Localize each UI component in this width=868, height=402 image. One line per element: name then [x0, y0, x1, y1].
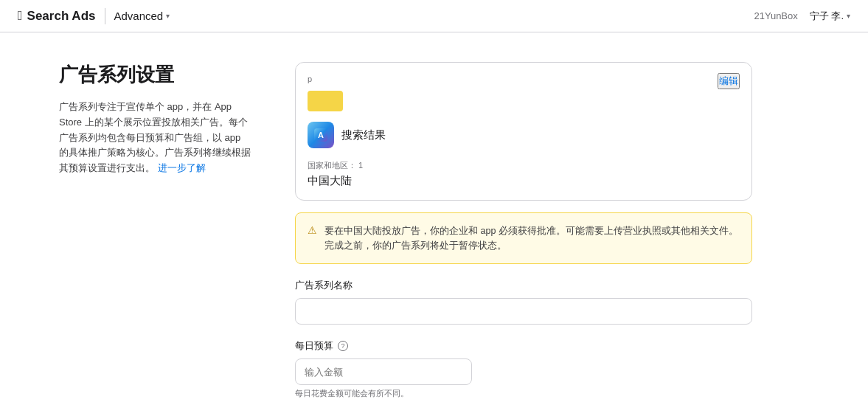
region-count: 1 [358, 161, 363, 170]
warning-text: 要在中国大陆投放广告，你的企业和 app 必须获得批准。可能需要上传营业执照或其… [324, 223, 740, 253]
left-column: 广告系列设置 广告系列专注于宣传单个 app，并在 App Store 上的某个… [59, 62, 251, 402]
daily-budget-label: 每日预算 ? [295, 339, 752, 353]
preview-region-label: 国家和地区： 1 [308, 160, 740, 171]
preview-small-label: p [308, 74, 740, 83]
preview-color-swatch [308, 91, 343, 111]
header-advanced-menu[interactable]: Advanced ▾ [114, 10, 170, 22]
header-right[interactable]: 21YunBox 宁子 李. ▾ [754, 10, 850, 23]
apple-icon:  [18, 8, 23, 24]
header-account: 21YunBox [754, 10, 797, 21]
header-logo:  Search Ads [18, 8, 96, 24]
app-icon: A [308, 122, 334, 148]
learn-more-link[interactable]: 进一步了解 [158, 162, 206, 173]
campaign-name-section: 广告系列名称 [295, 279, 752, 325]
page-desc-text: 广告系列专注于宣传单个 app，并在 App Store 上的某个展示位置投放相… [59, 101, 251, 173]
header-username: 宁子 李. [810, 10, 844, 23]
page-description: 广告系列专注于宣传单个 app，并在 App Store 上的某个展示位置投放相… [59, 100, 251, 176]
preview-app-row: A 搜索结果 [308, 122, 740, 148]
main-content: 广告系列设置 广告系列专注于宣传单个 app，并在 App Store 上的某个… [0, 32, 811, 402]
edit-button[interactable]: 编辑 [718, 73, 740, 89]
page-title: 广告系列设置 [59, 62, 251, 88]
app-name: 搜索结果 [341, 128, 386, 142]
warning-icon: ⚠ [308, 224, 317, 236]
preview-region-value: 中国大陆 [308, 174, 740, 188]
campaign-name-input[interactable] [295, 298, 752, 325]
daily-budget-input[interactable] [295, 358, 472, 385]
user-chevron-down-icon: ▾ [847, 12, 850, 20]
header-divider [105, 8, 105, 24]
header-left:  Search Ads Advanced ▾ [18, 8, 170, 24]
header:  Search Ads Advanced ▾ 21YunBox 宁子 李. ▾ [0, 0, 868, 32]
warning-banner: ⚠ 要在中国大陆投放广告，你的企业和 app 必须获得批准。可能需要上传营业执照… [295, 212, 752, 264]
budget-hint: 每日花费金额可能会有所不同。 [295, 388, 752, 399]
svg-text:A: A [318, 131, 324, 139]
header-user[interactable]: 宁子 李. ▾ [810, 10, 850, 23]
campaign-name-label: 广告系列名称 [295, 279, 752, 292]
header-logo-text: Search Ads [27, 9, 96, 24]
chevron-down-icon: ▾ [166, 12, 170, 20]
header-advanced-label: Advanced [114, 10, 164, 22]
preview-card: 编辑 p A [295, 62, 752, 201]
right-column: 编辑 p A [295, 62, 752, 402]
daily-budget-section: 每日预算 ? 每日花费金额可能会有所不同。 [295, 339, 752, 399]
daily-budget-help-icon[interactable]: ? [338, 341, 348, 351]
